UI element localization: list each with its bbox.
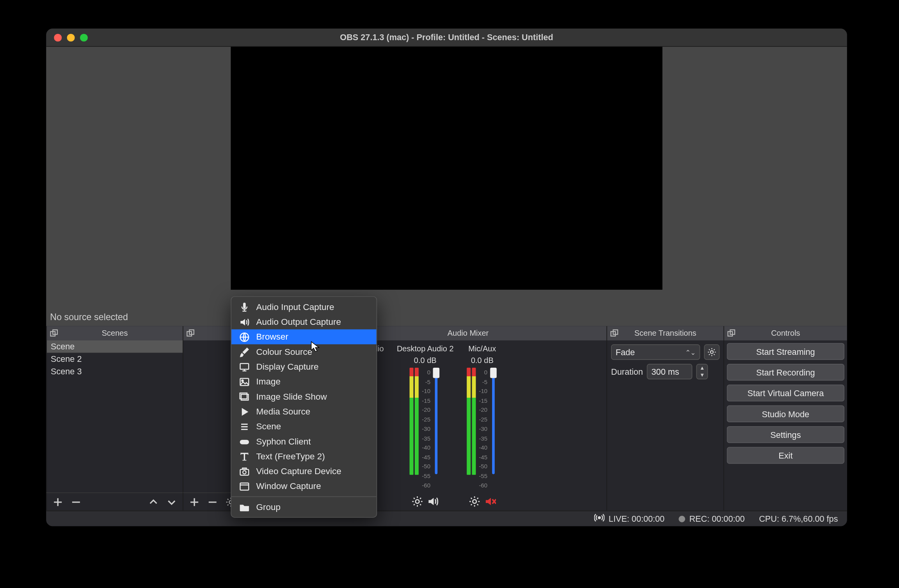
scene-item[interactable]: Scene	[47, 340, 183, 353]
meter-scale: 0-5-10-15-20-25-30-35-40-45-50-55-60	[420, 368, 430, 490]
transition-selected: Fade	[616, 347, 635, 357]
text-icon	[239, 451, 250, 462]
menu-item-scene[interactable]: Scene	[231, 419, 377, 434]
close-window-button[interactable]	[54, 34, 62, 41]
menu-item-browser[interactable]: Browser	[231, 329, 377, 344]
minimize-window-button[interactable]	[67, 34, 75, 41]
svg-point-8	[416, 499, 419, 503]
menu-item-image-slide-show[interactable]: Image Slide Show	[231, 389, 377, 404]
globe-icon	[239, 331, 250, 342]
add-source-context-menu[interactable]: Audio Input Capture Audio Output Capture…	[231, 296, 377, 518]
menu-item-image[interactable]: Image	[231, 374, 377, 389]
popout-icon[interactable]	[50, 329, 59, 338]
popout-icon[interactable]	[610, 329, 619, 338]
studio-mode-button[interactable]: Studio Mode	[727, 406, 845, 422]
play-icon	[239, 406, 250, 417]
duration-value: 300 ms	[652, 367, 679, 376]
svg-rect-18	[240, 378, 249, 385]
menu-item-window-capture[interactable]: Window Capture	[231, 479, 377, 494]
svg-rect-25	[242, 468, 246, 469]
list-icon	[239, 421, 250, 432]
titlebar[interactable]: OBS 27.1.3 (mac) - Profile: Untitled - S…	[46, 28, 847, 47]
controls-title: Controls	[771, 329, 800, 338]
duration-input[interactable]: 300 ms	[647, 364, 693, 379]
brush-icon	[239, 347, 250, 357]
channel-db: 0.0 dB	[414, 356, 437, 365]
menu-separator	[231, 496, 377, 497]
status-bar: LIVE: 00:00:00 REC: 00:00:00 CPU: 6.7%,6…	[46, 510, 847, 526]
scenes-list[interactable]: Scene Scene 2 Scene 3	[46, 340, 183, 492]
settings-button[interactable]: Settings	[727, 426, 845, 443]
menu-item-media-source[interactable]: Media Source	[231, 404, 377, 419]
svg-point-24	[243, 470, 246, 473]
transitions-title: Scene Transitions	[634, 329, 696, 338]
menu-item-display-capture[interactable]: Display Capture	[231, 359, 377, 374]
channel-db: 0.0 dB	[471, 356, 494, 365]
record-dot-icon	[679, 515, 686, 522]
broadcast-icon	[594, 512, 605, 525]
volume-slider[interactable]	[489, 368, 497, 478]
preview-area[interactable]: No source selected	[46, 47, 847, 326]
menu-item-group[interactable]: Group	[231, 499, 377, 514]
gear-icon[interactable]	[412, 495, 423, 507]
svg-point-19	[242, 379, 243, 381]
duration-stepper[interactable]: ▲▼	[696, 364, 708, 379]
scenes-title: Scenes	[102, 329, 128, 338]
scenes-toolbar	[46, 492, 183, 511]
monitor-icon	[239, 361, 250, 372]
controls-header[interactable]: Controls	[723, 326, 847, 340]
popout-icon[interactable]	[186, 329, 195, 338]
add-source-button[interactable]	[187, 495, 202, 509]
chevron-updown-icon: ⌃⌄	[685, 349, 696, 356]
menu-item-audio-input-capture[interactable]: Audio Input Capture	[231, 299, 377, 314]
scene-move-down-button[interactable]	[164, 495, 179, 509]
popout-icon[interactable]	[727, 329, 736, 338]
menu-item-video-capture-device[interactable]: Video Capture Device	[231, 464, 377, 479]
scenes-header[interactable]: Scenes	[46, 326, 183, 340]
transition-select[interactable]: Fade ⌃⌄	[611, 344, 700, 360]
start-recording-button[interactable]: Start Recording	[727, 364, 845, 381]
duration-label: Duration	[611, 367, 643, 376]
scene-move-up-button[interactable]	[146, 495, 161, 509]
status-cpu: CPU: 6.7%,60.00 fps	[759, 514, 838, 524]
scene-item[interactable]: Scene 2	[47, 353, 183, 365]
transition-props-button[interactable]	[704, 344, 720, 360]
menu-item-colour-source[interactable]: Colour Source	[231, 344, 377, 359]
maximize-window-button[interactable]	[80, 34, 88, 41]
speaker-muted-icon[interactable]	[484, 495, 496, 507]
start-streaming-button[interactable]: Start Streaming	[727, 343, 845, 360]
controls-dock: Controls Start Streaming Start Recording…	[723, 326, 847, 510]
menu-item-text[interactable]: Text (FreeType 2)	[231, 449, 377, 464]
transitions-header[interactable]: Scene Transitions	[606, 326, 723, 340]
gear-icon[interactable]	[469, 495, 480, 507]
vu-meter	[415, 368, 419, 475]
mixer-title: Audio Mixer	[448, 329, 489, 338]
mixer-channel: Desktop Audio 2 0.0 dB 0-5-10-15-20-25-3…	[397, 344, 454, 510]
menu-item-syphon-client[interactable]: Syphon Client	[231, 434, 377, 449]
speaker-icon	[239, 317, 250, 327]
speaker-icon[interactable]	[427, 495, 439, 507]
mic-icon	[239, 302, 250, 312]
window-title: OBS 27.1.3 (mac) - Profile: Untitled - S…	[46, 32, 847, 42]
slideshow-icon	[239, 391, 250, 402]
preview-canvas[interactable]	[231, 47, 662, 290]
exit-button[interactable]: Exit	[727, 447, 845, 464]
status-rec: REC: 00:00:00	[679, 514, 745, 524]
svg-point-9	[473, 499, 476, 503]
svg-rect-22	[240, 439, 249, 444]
add-scene-button[interactable]	[51, 495, 65, 509]
channel-name: Mic/Aux	[468, 344, 496, 353]
scene-item[interactable]: Scene 3	[47, 365, 183, 377]
status-live: LIVE: 00:00:00	[594, 512, 664, 525]
remove-source-button[interactable]	[205, 495, 220, 509]
folder-icon	[239, 502, 250, 512]
start-virtual-camera-button[interactable]: Start Virtual Camera	[727, 384, 845, 401]
remove-scene-button[interactable]	[69, 495, 84, 509]
mixer-channel: Mic/Aux 0.0 dB 0-5-10-15-20-25-30-35-40-…	[467, 344, 498, 510]
scenes-dock: Scenes Scene Scene 2 Scene 3	[46, 326, 183, 510]
svg-point-12	[711, 351, 713, 353]
volume-slider[interactable]	[432, 368, 441, 478]
camera-icon	[239, 466, 250, 476]
menu-item-audio-output-capture[interactable]: Audio Output Capture	[231, 314, 377, 329]
svg-point-15	[599, 517, 601, 519]
